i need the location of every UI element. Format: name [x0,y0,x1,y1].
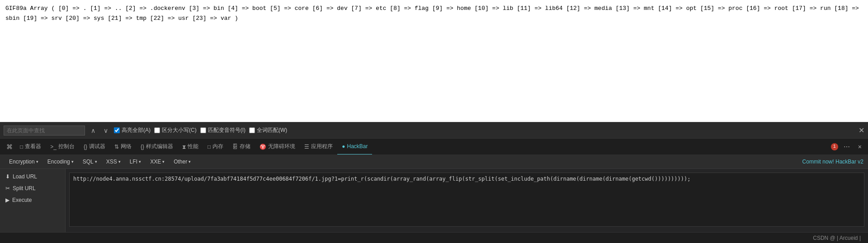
style-editor-icon: {} [141,144,144,150]
case-sensitive-label[interactable]: 区分大小写(C) [154,126,197,134]
find-close-button[interactable]: ✕ [859,126,864,135]
highlight-all-checkbox[interactable] [114,127,120,133]
tab-app[interactable]: ☰ 应用程序 [300,139,337,155]
tab-console[interactable]: >_ 控制台 [46,139,79,155]
tab-network[interactable]: ⇅ 网络 [110,139,136,155]
devtools-tabs: ⌘ □ 查看器 >_ 控制台 {} 调试器 ⇅ 网络 {} 样式编辑器 ⧗ 性能… [0,138,868,154]
devtools-picker-button[interactable]: ⌘ [4,139,15,155]
xss-menu[interactable]: XSS ▾ [102,154,125,169]
whole-words-checkbox[interactable] [249,127,255,133]
tab-hackbar[interactable]: ● HackBar [337,139,372,155]
split-url-button[interactable]: ✂ Split URL [0,182,65,194]
hackbar-icon: ● [342,143,345,150]
hackbar-url-textarea[interactable] [69,173,864,227]
diacritics-checkbox[interactable] [200,127,206,133]
tab-inspector[interactable]: □ 查看器 [15,139,46,155]
sql-dropdown-arrow: ▾ [95,159,97,164]
encoding-menu[interactable]: Encoding ▾ [43,154,78,169]
find-input[interactable] [4,126,85,136]
highlight-all-label[interactable]: 高亮全部(A) [114,126,151,134]
hackbar-toolbar: Encryption ▾ Encoding ▾ SQL ▾ XSS ▾ LFI … [0,154,868,169]
lfi-menu[interactable]: LFI ▾ [125,154,146,169]
load-url-button[interactable]: ⬇ Load URL [0,171,65,182]
whole-words-label[interactable]: 全词匹配(W) [249,126,287,134]
devtools-options-button[interactable]: ⋯ [841,139,853,155]
execute-button[interactable]: ▶ Execute [0,194,65,206]
encryption-dropdown-arrow: ▾ [36,159,38,164]
other-menu[interactable]: Other ▾ [169,154,195,169]
sql-menu[interactable]: SQL ▾ [78,154,102,169]
split-url-icon: ✂ [5,185,10,192]
bottom-bar: CSDN @ | Arcueid | [0,232,868,243]
tab-memory[interactable]: □ 内存 [203,139,228,155]
memory-icon: □ [208,144,211,150]
tab-storage[interactable]: 🗄 存储 [228,139,255,155]
diacritics-label[interactable]: 匹配变音符号(I) [200,126,245,134]
app-icon: ☰ [304,144,309,150]
devtools-close-button[interactable]: × [855,139,864,155]
main-text-line1: GIF89a Array ( [0] => . [1] => .. [2] =>… [5,4,863,23]
find-next-button[interactable]: ∨ [101,126,110,135]
accessibility-icon: ♈ [259,144,266,150]
tab-accessibility[interactable]: ♈ 无障碍环境 [255,139,300,155]
console-icon: >_ [50,144,57,150]
debugger-icon: {} [84,144,87,150]
network-icon: ⇅ [114,144,119,150]
encryption-menu[interactable]: Encryption ▾ [5,154,43,169]
other-dropdown-arrow: ▾ [189,159,191,164]
case-sensitive-checkbox[interactable] [154,127,160,133]
hackbar-url-area [66,169,868,232]
encoding-dropdown-arrow: ▾ [71,159,74,164]
xxe-dropdown-arrow: ▾ [162,159,165,164]
hackbar-left-panel: ⬇ Load URL ✂ Split URL ▶ Execute [0,169,66,232]
tab-debugger[interactable]: {} 调试器 [79,139,110,155]
storage-icon: 🗄 [232,144,238,150]
load-url-icon: ⬇ [5,173,10,180]
main-content: GIF89a Array ( [0] => . [1] => .. [2] =>… [0,0,868,122]
error-badge: 1 [831,143,838,150]
tab-style-editor[interactable]: {} 样式编辑器 [136,139,178,155]
hackbar-content: ⬇ Load URL ✂ Split URL ▶ Execute [0,169,868,232]
tab-performance[interactable]: ⧗ 性能 [178,139,203,155]
hackbar-commit-label: Commit now! HackBar v2 [802,159,863,165]
inspector-icon: □ [20,144,23,150]
execute-icon: ▶ [5,197,9,203]
find-bar: ∧ ∨ 高亮全部(A) 区分大小写(C) 匹配变音符号(I) 全词匹配(W) ✕ [0,122,868,138]
xss-dropdown-arrow: ▾ [118,159,121,164]
performance-icon: ⧗ [182,144,186,150]
xxe-menu[interactable]: XXE ▾ [146,154,169,169]
hackbar-panel: Encryption ▾ Encoding ▾ SQL ▾ XSS ▾ LFI … [0,154,868,232]
devtools-right-controls: 1 ⋯ × [831,139,864,155]
lfi-dropdown-arrow: ▾ [139,159,141,164]
find-prev-button[interactable]: ∧ [89,126,98,135]
